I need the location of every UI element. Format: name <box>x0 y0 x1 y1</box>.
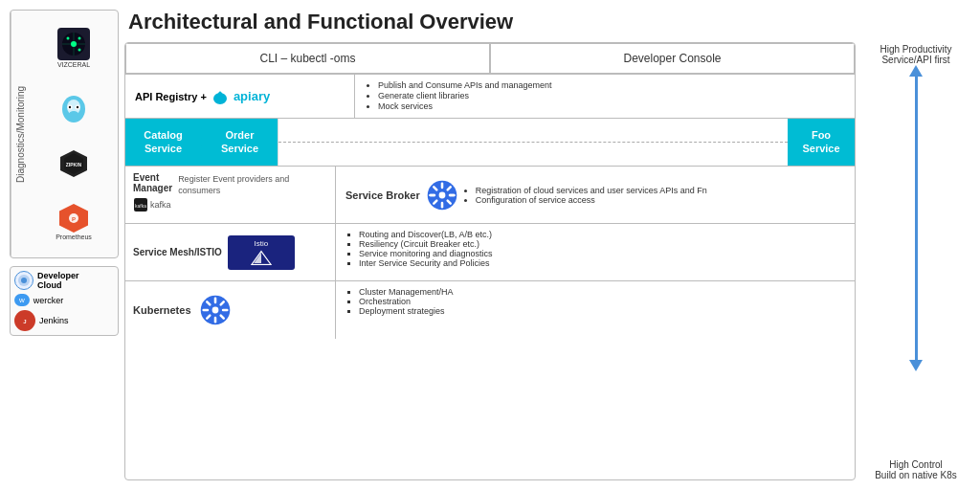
svg-rect-45 <box>213 297 216 303</box>
right-bottom-label: High Control Build on native K8s <box>875 459 957 480</box>
page-title: Architectural and Functional Overview <box>124 10 856 34</box>
mesh-title: Service Mesh/ISTIO <box>133 247 222 257</box>
apiary-bird-icon <box>211 87 230 106</box>
arrow-head-up <box>909 65 923 77</box>
arrow-head-down <box>909 360 923 371</box>
jenkins-item: J Jenkins <box>14 310 114 331</box>
svg-point-20 <box>21 278 27 283</box>
svg-rect-47 <box>221 309 228 312</box>
svg-rect-31 <box>440 201 443 208</box>
api-registry-label: API Registry + <box>135 91 207 102</box>
top-row: CLI – kubectl -oms Developer Console <box>125 43 855 75</box>
event-broker-row: EventManager kafka kafka Register Event … <box>125 167 855 224</box>
left-sidebar: Diagnostics/Monitoring <box>10 10 124 480</box>
mesh-bullet-2: Resiliency (Circuit Breaker etc.) <box>359 239 845 249</box>
right-top-label: High Productivity Service/API first <box>880 44 951 65</box>
istio-label: Istio <box>254 239 268 248</box>
apiary-label: apiary <box>234 89 270 103</box>
vizceral-icon-box: VIZCERAL <box>57 28 90 68</box>
kubernetes-wheel-icon-small <box>426 179 458 212</box>
api-bullets: Publish and Consume APIs and management … <box>355 75 855 118</box>
prometheus-icon-box: P Prometheus <box>56 204 92 240</box>
svg-point-11 <box>69 106 71 108</box>
api-row: API Registry + apiary Publish and Consum… <box>125 75 855 119</box>
svg-text:P: P <box>72 216 76 222</box>
wercker-item: w wercker <box>14 294 114 306</box>
svg-rect-51 <box>202 309 209 312</box>
wercker-logo: w <box>14 294 30 306</box>
svg-point-6 <box>78 37 80 40</box>
mesh-left: Service Mesh/ISTIO Istio <box>125 224 336 280</box>
wercker-label: wercker <box>33 296 64 305</box>
svg-text:ZIPKIN: ZIPKIN <box>66 162 82 167</box>
mesh-bullets: Routing and Discover(LB, A/B etc.) Resil… <box>336 224 855 280</box>
prometheus-icon: P <box>59 204 88 233</box>
k8s-bullet-3: Deployment strategies <box>359 306 845 316</box>
kafka-icon: kafka <box>133 197 148 212</box>
kubernetes-row: Kubernetes <box>125 281 855 339</box>
catalog-service-label: CatalogService <box>144 129 182 154</box>
broker-bullets: Registration of cloud services and user … <box>464 186 845 205</box>
diagnostics-label: Diagnostics/Monitoring <box>11 11 30 257</box>
api-left: API Registry + apiary <box>125 75 355 118</box>
page: Diagnostics/Monitoring <box>0 0 980 490</box>
api-bullet-1: Publish and Consume APIs and management <box>378 80 845 90</box>
prometheus-label: Prometheus <box>56 234 92 240</box>
event-manager-title: EventManager <box>133 172 172 193</box>
svg-point-13 <box>69 111 78 117</box>
dev-cloud-item: DeveloperCloud <box>14 271 114 290</box>
api-logo: API Registry + apiary <box>135 87 270 106</box>
arrow-container <box>909 65 923 459</box>
svg-text:J: J <box>23 319 26 324</box>
arrow-line <box>915 77 918 360</box>
svg-point-44 <box>212 307 218 314</box>
svg-rect-30 <box>440 182 443 189</box>
dev-cloud-section: DeveloperCloud w wercker J Jenkins <box>10 266 119 336</box>
svg-point-12 <box>77 106 78 108</box>
services-row: CatalogService OrderService FooService <box>125 119 855 167</box>
foo-service-label: FooService <box>802 129 839 154</box>
vizceral-icon <box>57 28 90 60</box>
architecture-diagram: CLI – kubectl -oms Developer Console API… <box>124 42 856 480</box>
service-broker-title: Service Broker <box>345 189 420 201</box>
mesh-bullet-3: Service monitoring and diagnostics <box>359 249 845 258</box>
kafka-label: kafka kafka <box>133 197 172 212</box>
zipkin-icon: ZIPKIN <box>60 150 87 177</box>
mesh-row: Service Mesh/ISTIO Istio Routing and Dis… <box>125 224 855 281</box>
api-bullet-3: Mock services <box>378 101 845 111</box>
main-content: Architectural and Functional Overview CL… <box>124 10 856 480</box>
diagnostics-icons: VIZCERAL <box>30 11 118 257</box>
kubernetes-title: Kubernetes <box>133 304 191 316</box>
svg-text:kafka: kafka <box>135 203 146 209</box>
register-event-text: Register Event providers and consumers <box>178 174 327 196</box>
broker-bullet-2: Configuration of service access <box>476 195 845 205</box>
svg-rect-38 <box>429 193 435 196</box>
foo-service-box: FooService <box>788 119 855 166</box>
istio-box: Istio <box>228 235 295 270</box>
catalog-service-box: CatalogService <box>125 119 202 166</box>
svg-point-4 <box>66 37 69 40</box>
dev-cloud-icon <box>14 271 33 290</box>
order-service-label: OrderService <box>221 129 258 154</box>
services-middle <box>278 119 788 166</box>
event-left: EventManager kafka kafka Register Event … <box>125 167 336 223</box>
event-right: Service Broker <box>336 167 855 223</box>
vizceral-label: VIZCERAL <box>57 61 90 68</box>
svg-rect-35 <box>448 193 455 196</box>
mascot-icon-box <box>59 95 88 123</box>
vertical-arrow <box>909 65 923 371</box>
istio-sail-icon <box>247 250 276 266</box>
svg-rect-49 <box>213 317 216 323</box>
dev-console-cell: Developer Console <box>490 43 855 74</box>
dashed-line <box>278 142 788 143</box>
mesh-bullet-1: Routing and Discover(LB, A/B etc.) <box>359 230 845 239</box>
jenkins-label: Jenkins <box>39 316 69 325</box>
k8s-bullets: Cluster Management/HA Orchestration Depl… <box>336 281 855 339</box>
svg-point-5 <box>78 49 80 52</box>
k8s-bullet-2: Orchestration <box>359 297 845 306</box>
svg-marker-41 <box>254 253 261 263</box>
mesh-bullet-4: Inter Service Security and Policies <box>359 258 845 268</box>
api-bullet-2: Generate client libraries <box>378 91 845 100</box>
jenkins-icon: J <box>14 310 35 331</box>
dev-cloud-label: DeveloperCloud <box>37 271 79 290</box>
